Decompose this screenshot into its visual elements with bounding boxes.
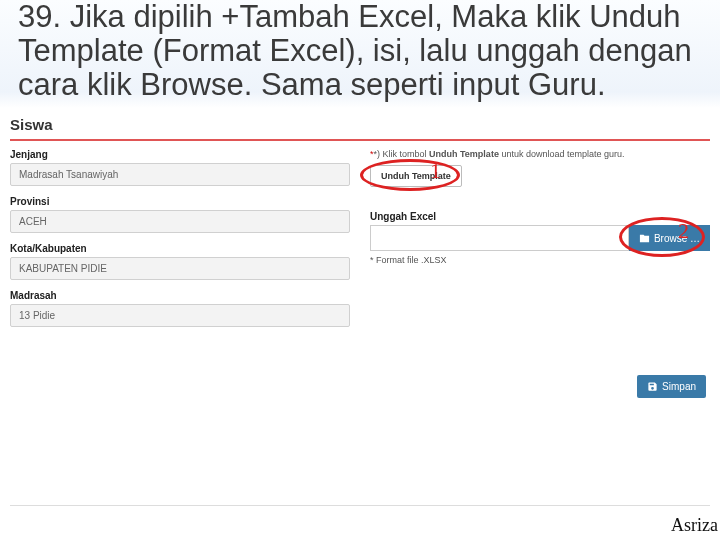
input-kota[interactable] <box>10 257 350 280</box>
field-jenjang: Jenjang <box>10 149 350 186</box>
field-provinsi: Provinsi <box>10 196 350 233</box>
input-jenjang[interactable] <box>10 163 350 186</box>
label-jenjang: Jenjang <box>10 149 350 160</box>
download-template-button[interactable]: Unduh Template <box>370 165 462 187</box>
folder-open-icon <box>639 233 650 244</box>
app-panel: Siswa Jenjang Provinsi Kota/Kabupaten Ma… <box>0 108 720 398</box>
helper-text: **) Klik tombol Unduh Template untuk dow… <box>370 149 710 159</box>
save-button[interactable]: Simpan <box>637 375 706 398</box>
page-title: Siswa <box>10 116 710 133</box>
upload-path-input[interactable] <box>370 225 629 251</box>
left-column: Jenjang Provinsi Kota/Kabupaten Madrasah <box>10 149 350 337</box>
format-note: * Format file .XLSX <box>370 255 710 265</box>
browse-button[interactable]: Browse … <box>629 225 710 251</box>
label-kota: Kota/Kabupaten <box>10 243 350 254</box>
slide-title: 39. Jika dipilih +Tambah Excel, Maka kli… <box>0 0 720 108</box>
label-unggah: Unggah Excel <box>370 211 710 222</box>
callout-number-1: 1 <box>430 158 441 184</box>
label-provinsi: Provinsi <box>10 196 350 207</box>
browse-button-label: Browse … <box>654 233 700 244</box>
field-madrasah: Madrasah <box>10 290 350 327</box>
save-icon <box>647 381 658 392</box>
label-madrasah: Madrasah <box>10 290 350 301</box>
footer-divider <box>10 505 710 506</box>
title-divider <box>10 139 710 141</box>
input-provinsi[interactable] <box>10 210 350 233</box>
field-kota: Kota/Kabupaten <box>10 243 350 280</box>
footer-author: Asriza <box>671 515 718 536</box>
input-madrasah[interactable] <box>10 304 350 327</box>
callout-number-2: 2 <box>678 218 689 244</box>
save-button-label: Simpan <box>662 381 696 392</box>
right-column: **) Klik tombol Unduh Template untuk dow… <box>370 149 710 337</box>
field-unggah: Unggah Excel Browse … * Format file .XLS… <box>370 211 710 265</box>
